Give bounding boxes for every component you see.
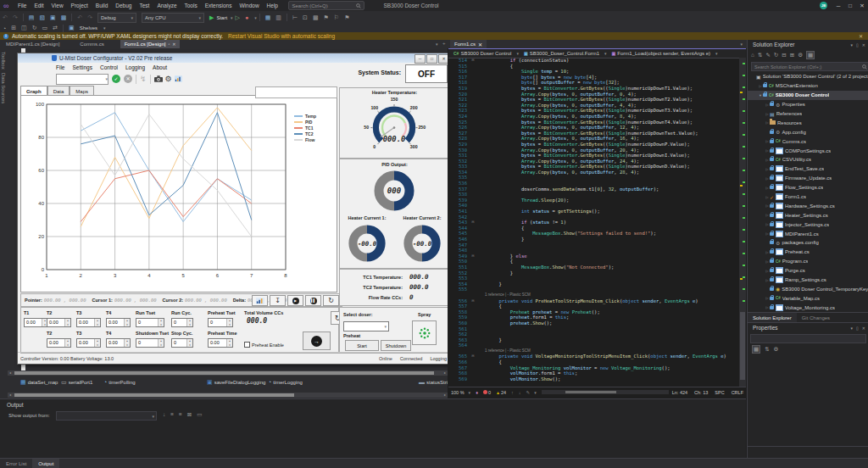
menu-item-analyze[interactable]: Analyze — [153, 0, 181, 11]
code-line[interactable]: 558 Preheat preheat = new Preheat(); — [448, 309, 739, 315]
close-button[interactable]: ✕ — [856, 3, 868, 9]
tree-item[interactable]: ▷COMPortSettings.cs — [748, 146, 868, 155]
outline-toggle-icon[interactable]: ⊟ — [470, 220, 476, 226]
tray-component[interactable]: ◔timerLogging — [268, 379, 303, 385]
compare-icon[interactable]: ⇄ — [53, 25, 58, 31]
spinner-arrows-icon[interactable]: ▴▾ — [186, 339, 192, 347]
numeric-updown-t4[interactable]: 0.00▴▾ — [106, 318, 131, 327]
collapse-all-icon[interactable]: ⊟ — [782, 52, 786, 58]
save-all-icon[interactable]: ▩ — [61, 14, 67, 21]
spaces-indicator[interactable]: SPC — [715, 390, 724, 395]
tray-component[interactable]: ▭serialPort1 — [61, 379, 92, 386]
checkbox-icon[interactable] — [244, 342, 250, 348]
breakpoints-icon[interactable]: ⊢ — [292, 14, 298, 21]
immediate-icon[interactable]: ⊡ — [303, 14, 308, 21]
codelens-text[interactable]: 1 reference | - Plastic SCM — [476, 348, 531, 354]
new-tab-icon[interactable]: + — [442, 41, 446, 46]
spinner-arrows-icon[interactable]: ▴▾ — [226, 339, 232, 347]
line-indicator[interactable]: Ln: 424 — [672, 390, 687, 395]
avatar[interactable]: JB — [820, 2, 827, 9]
code-line[interactable]: 529 bytes = BitConverter.GetBytes((Singl… — [448, 142, 739, 148]
form-port-dropdown[interactable]: ▾ — [56, 74, 108, 85]
preview-icon[interactable]: ▥ — [275, 14, 281, 21]
document-tab[interactable]: Form1.cs [Design]▫✕ — [120, 40, 181, 48]
tray-component[interactable]: ▬statusStrip1 — [419, 379, 448, 385]
close-tab-icon[interactable]: ✕ — [172, 42, 175, 47]
pin-icon[interactable]: ▯ — [856, 42, 859, 47]
refresh-icon[interactable]: ↻ — [774, 52, 778, 58]
code-line[interactable]: 519 bytes = BitConverter.GetBytes((Singl… — [448, 86, 739, 92]
hot-reload-icon[interactable]: ● — [245, 14, 248, 20]
code-line[interactable]: 549⊟ } else — [448, 254, 739, 259]
doser-select-dropdown[interactable]: ▾ — [343, 321, 389, 332]
alphabetical-icon[interactable]: ⇅ — [765, 346, 769, 353]
code-line[interactable]: 520 Array.Copy(bytes, 0, outputBuffer, 0… — [448, 92, 739, 98]
tree-item[interactable]: ▷Injector_Settings.cs — [748, 220, 868, 229]
code-line[interactable]: 522 Array.Copy(bytes, 0, outputBuffer, 4… — [448, 103, 739, 109]
code-line[interactable]: 561 — [448, 326, 739, 332]
refresh-button[interactable]: ↻ — [323, 295, 339, 306]
tree-item[interactable]: ▷MDIParent1.cs — [748, 229, 868, 238]
numeric-updown-t1[interactable]: 0.00▴▾ — [24, 318, 48, 327]
export-chart-icon[interactable] — [175, 75, 182, 82]
tree-item[interactable]: ▷C#Comms.cs — [748, 136, 868, 146]
code-line[interactable]: 567 Voltage_Monitoring volMonitor = new … — [448, 365, 739, 371]
code-line[interactable]: 539 Thread.Sleep(20); — [448, 198, 739, 203]
tree-item[interactable]: ▷Preheat.cs — [748, 248, 868, 257]
designed-form-window[interactable]: U-Mist Doser Configurator - V2.02 Pre re… — [17, 53, 448, 365]
form-menu-settings[interactable]: Settings — [72, 64, 92, 70]
outline-toggle-icon[interactable]: ⊟ — [470, 298, 476, 304]
code-line[interactable]: 533 bytes = BitConverter.GetBytes((Singl… — [448, 164, 739, 170]
properties-icon[interactable]: ⚙ — [798, 52, 803, 58]
numeric-updown-t3[interactable]: 0.00▴▾ — [76, 318, 101, 327]
code-line[interactable]: 542 — [448, 214, 739, 220]
tree-item[interactable]: ▷⚙Properties — [748, 100, 868, 109]
code-line[interactable]: 544 { — [448, 226, 739, 231]
breadcrumb-segment[interactable]: C#SB3000 Doser Control▾ — [453, 51, 519, 56]
tree-item[interactable]: ▷Flow_Settings.cs — [748, 183, 868, 192]
code-line[interactable]: 560 preheat.Show(); — [448, 320, 739, 326]
eol-indicator[interactable]: CRLF — [732, 390, 743, 395]
start-debug-icon[interactable]: ▶ — [209, 14, 214, 21]
panel-close-icon[interactable]: ✕ — [862, 326, 865, 331]
shelve-icon[interactable]: ▣ — [69, 25, 75, 31]
undo-icon[interactable]: ↶ — [77, 14, 82, 21]
spinner-arrows-icon[interactable]: ▴▾ — [94, 339, 100, 347]
search-input[interactable]: Search (Ctrl+Q) — [288, 1, 364, 10]
code-line[interactable]: 527 bytes = BitConverter.GetBytes((Singl… — [448, 131, 739, 136]
form-menu-about[interactable]: About — [153, 64, 167, 70]
designer-split-icon[interactable]: ▦ — [265, 14, 271, 21]
outline-toggle-icon[interactable]: ⊟ — [470, 58, 476, 64]
document-tab[interactable]: Comms.cs — [75, 40, 108, 48]
prev-issue-icon[interactable]: ↑ — [511, 390, 514, 395]
spinner-arrows-icon[interactable]: ▴▾ — [64, 319, 70, 326]
wrap-icon[interactable]: ≡ — [179, 411, 182, 418]
breadcrumb-segment[interactable]: ▣Form1_Load(object sender, EventArgs e)▾ — [612, 51, 718, 56]
code-line[interactable]: 556⊟ private void PreHeatToolStripMenuIt… — [448, 298, 739, 304]
tree-item[interactable]: ▷C#CSVUtility.cs — [748, 155, 868, 164]
shutdown-button[interactable]: Shutdown — [381, 340, 411, 351]
solution-explorer-title-bar[interactable]: Solution Explorer ▾ ▯ ✕ — [748, 40, 868, 49]
code-line[interactable]: 548 — [448, 248, 739, 254]
warning-count[interactable]: ▲24 — [496, 390, 506, 395]
code-line[interactable]: 517 byte[] bytes = new byte[4]; — [448, 75, 739, 81]
tab-overflow-icon[interactable]: ▾ — [436, 42, 438, 47]
scrollbar-thumb[interactable] — [740, 312, 745, 380]
lightning-icon[interactable]: ↯ — [140, 75, 147, 83]
menu-item-edit[interactable]: Edit — [31, 0, 47, 11]
solution-explorer-search-input[interactable]: Search Solution Explorer (Ctrl+;) — [751, 62, 868, 71]
menu-item-build[interactable]: Build — [92, 0, 111, 11]
code-line[interactable]: 540 — [448, 203, 739, 209]
pending-changes-icon[interactable]: ✎ — [765, 52, 770, 58]
code-line[interactable]: 514⊟ if (connectionStatus) — [448, 58, 739, 64]
tree-item[interactable]: ⚙App.config — [748, 127, 868, 136]
numeric-updown-shutdown-tset[interactable]: 0▴▾ — [136, 338, 164, 348]
code-line[interactable]: 528 Array.Copy(bytes, 0, outputBuffer, 1… — [448, 136, 739, 142]
numeric-updown-preheat-time[interactable]: 0.00▴▾ — [208, 338, 233, 348]
bookmark-prev-icon[interactable]: ⚑ — [344, 14, 349, 21]
form-menu-logging[interactable]: Logging — [125, 64, 145, 70]
spinner-arrows-icon[interactable]: ▴▾ — [158, 339, 164, 347]
next-issue-icon[interactable]: ↓ — [519, 390, 521, 395]
editor-scrollbar[interactable] — [739, 58, 746, 387]
tree-item[interactable]: ▷C#Program.cs — [748, 257, 868, 266]
